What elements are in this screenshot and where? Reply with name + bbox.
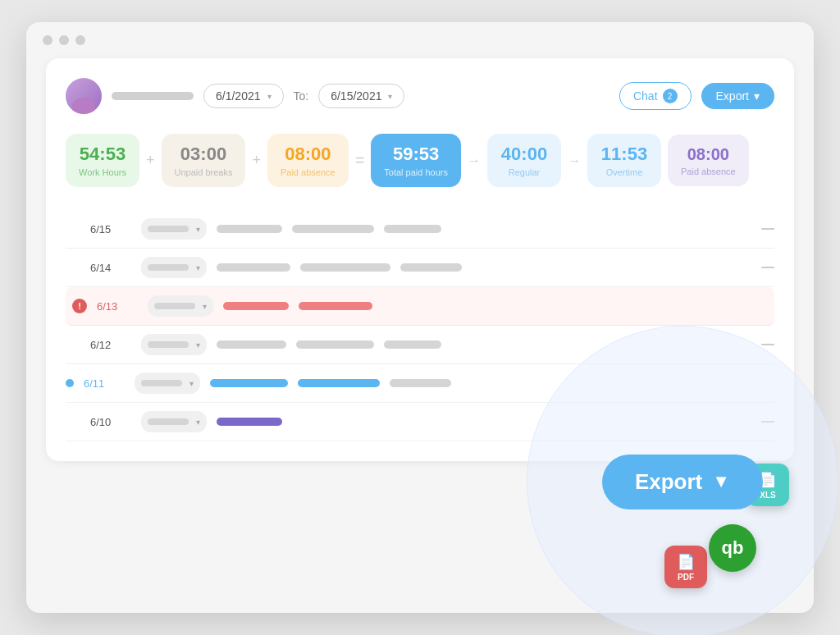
row-dash [761, 344, 774, 345]
date-to-selector[interactable]: 6/15/2021 ▾ [318, 84, 404, 108]
stat-label-total-paid: Total paid hours [384, 167, 448, 177]
row-bar-0 [217, 225, 282, 233]
stat-label-unpaid-breaks: Unpaid breaks [175, 167, 233, 177]
chat-badge: 2 [663, 89, 678, 103]
avatar [66, 78, 102, 114]
equals-symbol: = [355, 151, 365, 170]
xls-label: XLS [760, 491, 775, 500]
row-bar-0 [217, 263, 290, 272]
export-button-header[interactable]: Export ▾ [701, 83, 774, 109]
stat-label-paid-absence: Paid absence [281, 167, 336, 177]
row-date-6-14: 6/14 [90, 262, 131, 274]
date-from-selector[interactable]: 6/1/2021 ▾ [203, 84, 284, 108]
row-selector[interactable]: ▾ [141, 218, 207, 240]
stats-row: 54:53Work Hours+03:00Unpaid breaks+08:00… [66, 134, 774, 187]
to-label: To: [294, 89, 309, 103]
row-selector[interactable]: ▾ [141, 334, 207, 355]
row-selector[interactable]: ▾ [141, 411, 207, 432]
stat-card-work-hours: 54:53Work Hours [66, 134, 139, 187]
export-chevron-icon: ▾ [754, 89, 760, 103]
row-bar-2 [384, 340, 441, 349]
table-row: !6/13▾ [66, 287, 774, 326]
chat-label: Chat [633, 89, 658, 103]
app-window: 6/1/2021 ▾ To: 6/15/2021 ▾ Chat 2 Export… [26, 22, 814, 613]
row-bar-2 [390, 379, 451, 387]
chat-button[interactable]: Chat 2 [619, 82, 692, 110]
table-row: 6/14▾ [66, 249, 774, 287]
row-chevron-icon: ▾ [189, 379, 194, 388]
stat-card-paid-absence: 08:00Paid absence [267, 134, 349, 187]
row-chevron-icon: ▾ [196, 340, 200, 349]
row-bar-2 [384, 225, 441, 233]
stat-value-overtime: 11:53 [601, 144, 647, 165]
stat-value-regular: 40:00 [501, 144, 547, 165]
date-to-value: 6/15/2021 [331, 89, 381, 103]
row-bar-0 [210, 379, 288, 387]
user-name-bar [112, 92, 194, 100]
row-selector-text [148, 341, 189, 348]
row-bar-0 [223, 302, 289, 310]
row-selector[interactable]: ▾ [141, 257, 207, 278]
stat-value-paid-absence: 08:00 [285, 144, 331, 165]
avatar-body [72, 98, 95, 114]
traffic-light-minimize [59, 35, 69, 45]
row-selector[interactable]: ▾ [148, 295, 213, 317]
traffic-light-close [43, 35, 52, 45]
row-selector-text [148, 264, 189, 271]
date-from-value: 6/1/2021 [216, 89, 261, 103]
stat-value-work-hours: 54:53 [80, 144, 126, 165]
export-dropdown-icon: ▼ [712, 471, 730, 492]
row-bar-1 [299, 302, 372, 310]
big-export-button[interactable]: Export ▼ [602, 455, 763, 509]
stat-value-paid-absence2: 08:00 [687, 144, 729, 164]
row-date-6-15: 6/15 [90, 223, 131, 235]
pdf-export-badge[interactable]: 📄 PDF [664, 546, 707, 588]
stat-label-work-hours: Work Hours [79, 167, 126, 177]
export-label: Export [716, 89, 749, 103]
operator-plus1: + [146, 152, 155, 169]
chevron-down-icon: ▾ [267, 92, 272, 101]
stat-card-regular: 40:00Regular [487, 134, 561, 187]
arrow-icon-arrow1: → [468, 153, 481, 168]
app-header: 6/1/2021 ▾ To: 6/15/2021 ▾ Chat 2 Export… [66, 78, 774, 114]
row-bar-0 [217, 418, 282, 426]
stat-card-overtime: 11:53Overtime [587, 134, 661, 187]
row-selector[interactable]: ▾ [135, 372, 200, 394]
export-overlay-circle: Export ▼ [527, 326, 838, 635]
stat-label-paid-absence2: Paid absence [681, 167, 736, 176]
quickbooks-export-badge[interactable]: qb [709, 524, 756, 572]
stat-card-total-paid: 59:53Total paid hours [371, 134, 461, 187]
row-dash [761, 228, 774, 230]
row-selector-text [141, 380, 182, 386]
qb-label: qb [722, 537, 744, 559]
error-icon: ! [72, 299, 87, 313]
row-date-6-11: 6/11 [84, 377, 125, 390]
row-chevron-icon: ▾ [196, 263, 200, 272]
row-bar-1 [298, 379, 380, 387]
blue-dot-icon [66, 379, 74, 387]
stat-card-paid-absence2: 08:00Paid absence [668, 135, 749, 186]
chevron-down-icon-2: ▾ [388, 92, 392, 101]
row-chevron-icon: ▾ [196, 225, 200, 234]
stat-label-overtime: Overtime [606, 167, 643, 177]
titlebar [26, 22, 814, 58]
row-bar-2 [400, 263, 462, 272]
row-date-6-10: 6/10 [90, 416, 131, 428]
row-bar-1 [296, 340, 374, 349]
row-selector-text [154, 303, 195, 309]
stat-value-unpaid-breaks: 03:00 [180, 144, 226, 165]
traffic-light-expand [75, 35, 85, 45]
row-date-6-13: 6/13 [97, 300, 138, 313]
stat-card-unpaid-breaks: 03:00Unpaid breaks [162, 134, 246, 187]
stat-label-regular: Regular [509, 167, 541, 177]
pdf-file-icon: 📄 [677, 553, 695, 571]
big-export-label: Export [635, 469, 702, 495]
row-selector-text [148, 226, 189, 232]
operator-plus2: + [252, 152, 261, 169]
pdf-label: PDF [678, 573, 694, 582]
row-chevron-icon: ▾ [203, 302, 207, 311]
row-bar-1 [292, 225, 374, 233]
row-selector-text [148, 418, 189, 425]
arrow-icon-arrow2: → [568, 153, 581, 168]
stat-value-total-paid: 59:53 [393, 144, 439, 165]
